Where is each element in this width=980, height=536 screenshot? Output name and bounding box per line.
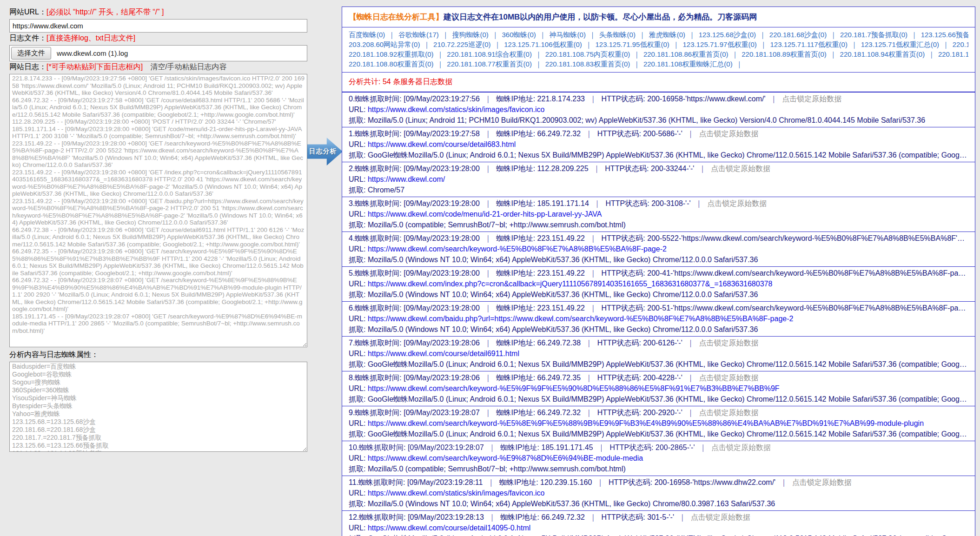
spider-filter-link[interactable]: 203.208.60网站异常(0) [349, 40, 420, 48]
log-entry-list: 0.蜘蛛抓取时间: [09/May/2023:19:27:56｜蜘蛛IP地址: … [342, 92, 975, 536]
entry-url-link[interactable]: https://www.dkewl.com/code/menu/id-21-or… [368, 210, 602, 218]
choose-file-button[interactable]: 选择文件 [11, 47, 51, 60]
lock-raw-data-link[interactable]: 点击锁定原始数据 [792, 478, 852, 486]
spider-filter-link[interactable]: 220.181.108.80权重首页(0) [349, 60, 434, 68]
separator: ｜ [484, 130, 492, 138]
entry-spider-ip: 蜘蛛IP地址: 66.249.72.38 [497, 339, 581, 347]
entry-crawl-time: 5.蜘蛛抓取时间: [09/May/2023:19:28:00 [349, 269, 480, 277]
lock-raw-data-link[interactable]: 点击锁定原始数据 [699, 374, 758, 382]
spider-filter-link[interactable]: 123.125.71.106低权重(0) [504, 40, 582, 48]
spider-filter-link[interactable]: 360蜘蛛(0) [502, 31, 536, 39]
spider-filter-link[interactable]: 220.181.108.91综合权重(0) [447, 50, 532, 58]
file-input[interactable]: 选择文件 www.dkewl.com (1).log [9, 45, 307, 61]
entry-url-link[interactable]: https://www.dkewl.com/course/detail14095… [368, 524, 530, 532]
entry-ua-value: Mozilla/5.0 (compatible; SemrushBot/7~bl… [368, 465, 626, 473]
site-url-input[interactable] [9, 19, 307, 33]
entry-url-line: URL: https://www.dkewl.com/search/keywor… [349, 418, 968, 429]
entry-url-link[interactable]: https://www.dkewl.com/ [368, 175, 445, 183]
spider-filter-link[interactable]: 220.181.68沙盒(0) [769, 31, 827, 39]
spider-filter-link[interactable]: 神马蜘蛛(0) [550, 31, 586, 39]
log-entry: 8.蜘蛛抓取时间: [09/May/2023:19:28:06｜蜘蛛IP地址: … [342, 371, 975, 406]
entry-ua-label: 抓取: [349, 221, 368, 229]
separator: ｜ [593, 165, 601, 172]
spider-filter-link[interactable]: 210.72.225巡逻(0) [433, 40, 490, 48]
entry-ua-label: 抓取: [349, 151, 368, 159]
spider-filter-link[interactable]: 220.181.7预备抓取(0) [840, 31, 907, 39]
spider-filter-link[interactable]: 123.125.71.117低权重(0) [770, 40, 848, 48]
spider-filter-link[interactable]: 220.181.108.86权重首页(0) [643, 50, 728, 58]
raw-log-textarea[interactable]: 221.8.174.233 - - [09/May/2023:19:27:56 … [9, 74, 307, 347]
entry-crawl-time: 3.蜘蛛抓取时间: [09/May/2023:19:28:00 [349, 199, 480, 207]
entry-url-link[interactable]: https://www.dkewl.com/search/keyword-%E9… [368, 454, 643, 462]
analyze-log-button[interactable]: 日志分析 [307, 138, 343, 165]
entry-url-link[interactable]: https://www.dkewl.com/statics/skin/image… [368, 489, 545, 497]
separator: ｜ [699, 443, 707, 451]
entry-url-line: URL: https://www.dkewl.com/course/detail… [349, 139, 968, 150]
spider-filter-link[interactable]: 搜狗蜘蛛(0) [452, 31, 488, 39]
separator: ｜ [695, 199, 703, 207]
separator: ｜ [423, 40, 430, 48]
separator: ｜ [484, 165, 492, 172]
spider-filter-link[interactable]: 220.181.108.83权重首页(0) [545, 60, 630, 68]
log-entry: 9.蜘蛛抓取时间: [09/May/2023:19:28:07｜蜘蛛IP地址: … [342, 406, 975, 441]
entry-spider-ip: 蜘蛛IP地址: 66.249.72.35 [497, 374, 581, 382]
lock-raw-data-link[interactable]: 点击锁定原始数据 [691, 513, 750, 521]
spider-filter-link[interactable]: 头条蜘蛛(0) [599, 31, 636, 39]
entry-ua-line: 抓取: GooGle蜘蛛Mozilla/5.0 (Linux; Android … [349, 429, 968, 439]
spider-filter-link[interactable]: 220.181.108.94权重首页(0) [840, 50, 925, 58]
clear-paste-log-link[interactable]: 清空/手动粘贴日志内容 [150, 63, 226, 71]
lock-raw-data-link[interactable]: 点击锁定原始数据 [699, 339, 758, 347]
spider-filter-link[interactable]: 220.181.108.89权重首页(0) [742, 50, 827, 58]
separator: ｜ [736, 60, 743, 68]
spider-attr-label: 分析内容与日志蜘蛛属性： [9, 350, 307, 360]
entry-url-link[interactable]: https://www.dkewl.com/search/keyword-%E5… [368, 419, 924, 427]
separator: ｜ [484, 199, 492, 207]
entry-url-link[interactable]: https://www.dkewl.com/course/detail6911.… [368, 350, 519, 357]
entry-url-label: URL: [349, 524, 368, 532]
spider-filter-link[interactable]: 123.125.71.97低权重(0) [683, 40, 757, 48]
entry-meta-line: 7.蜘蛛抓取时间: [09/May/2023:19:28:06｜蜘蛛IP地址: … [349, 337, 968, 348]
entry-url-line: URL: https://www.dkewl.com/course/detail… [349, 348, 968, 359]
entry-url-link[interactable]: https://www.dkewl.com/baidu.php?url=http… [368, 315, 794, 323]
separator: ｜ [851, 40, 858, 48]
spider-filter-link[interactable]: 220.181.108.77权重首页(0) [447, 60, 532, 68]
spider-filter-link[interactable]: 123.125.71低权重汇总(0) [861, 40, 939, 48]
entry-ua-label: 抓取: [349, 360, 368, 368]
spider-filter-link[interactable]: 雅虎蜘蛛(0) [649, 31, 685, 39]
spider-attr-textarea[interactable]: Baiduspider=百度蜘蛛 Googlebot=谷歌蜘蛛 Sogou=搜狗… [9, 362, 307, 452]
entry-crawl-time: 0.蜘蛛抓取时间: [09/May/2023:19:27:56 [349, 95, 480, 103]
spider-filter-link[interactable]: 220.181.108.75内页权重(0) [545, 50, 630, 58]
lock-raw-data-link[interactable]: 点击锁定原始数据 [699, 409, 758, 417]
entry-url-link[interactable]: https://www.dkewl.com/course/detail683.h… [368, 140, 516, 148]
entry-http-status: HTTP状态码: 200-6126-'-' [597, 339, 682, 347]
entry-ua-value: GooGle蜘蛛Mozilla/5.0 (Linux; Android 6.0.… [368, 360, 968, 368]
entry-url-link[interactable]: https://www.dkewl.com/statics/skin/image… [368, 106, 545, 113]
entry-http-status: HTTP状态码: 200-5522-'https://www.dkewl.com… [602, 234, 965, 242]
spider-filter-link[interactable]: 220.181.108.92权重抓取(0) [349, 50, 434, 58]
entry-ua-value: GooGle蜘蛛Mozilla/5.0 (Linux; Android 6.0.… [368, 430, 968, 438]
entry-ua-line: 抓取: GooGle蜘蛛Mozilla/5.0 (Linux; Android … [349, 394, 968, 404]
entry-url-line: URL: https://www.dkewl.com/course/detail… [349, 523, 968, 533]
spider-filter-link[interactable]: 220.181.108.97权重首页(0) [938, 50, 968, 58]
entry-http-status: HTTP状态码: 200-16958-'https://www.dkewl.co… [602, 95, 766, 103]
lock-raw-data-link[interactable]: 点击锁定原始数据 [711, 443, 771, 451]
spider-filter-link[interactable]: 123.125.68沙盒(0) [699, 31, 756, 39]
entry-meta-line: 6.蜘蛛抓取时间: [09/May/2023:19:28:00｜蜘蛛IP地址: … [349, 303, 968, 313]
analysis-summary: 分析共计: 54 条服务器日志数据 [342, 72, 975, 92]
entry-url-link[interactable]: https://www.dkewl.com/index.php?c=cron&c… [368, 280, 772, 288]
lock-raw-data-link[interactable]: 点击锁定原始数据 [711, 165, 770, 172]
spider-filter-link[interactable]: 220.181.108权重蜘蛛汇总(0) [643, 60, 733, 68]
lock-raw-data-link[interactable]: 点击锁定原始数据 [707, 199, 767, 207]
entry-url-link[interactable]: https://www.dkewl.com/search/keyword-%E5… [368, 245, 667, 253]
entry-spider-ip: 蜘蛛IP地址: 223.151.49.22 [497, 304, 585, 312]
lock-raw-data-link[interactable]: 点击锁定原始数据 [699, 130, 758, 138]
spider-filter-link[interactable]: 123.125.66预备抓取(0) [921, 31, 968, 39]
separator: ｜ [539, 31, 546, 39]
lock-raw-data-link[interactable]: 点击锁定原始数据 [782, 95, 841, 103]
spider-filter-link[interactable]: 220.181.108.95隔日快照(0) [953, 40, 968, 48]
spider-filter-link[interactable]: 谷歌蜘蛛(17) [398, 31, 439, 39]
separator: ｜ [484, 234, 492, 242]
entry-url-link[interactable]: https://www.dkewl.com/search/keyword-%E5… [368, 384, 780, 392]
spider-filter-link[interactable]: 123.125.71.95低权重(0) [596, 40, 669, 48]
spider-filter-link[interactable]: 百度蜘蛛(0) [349, 31, 385, 39]
